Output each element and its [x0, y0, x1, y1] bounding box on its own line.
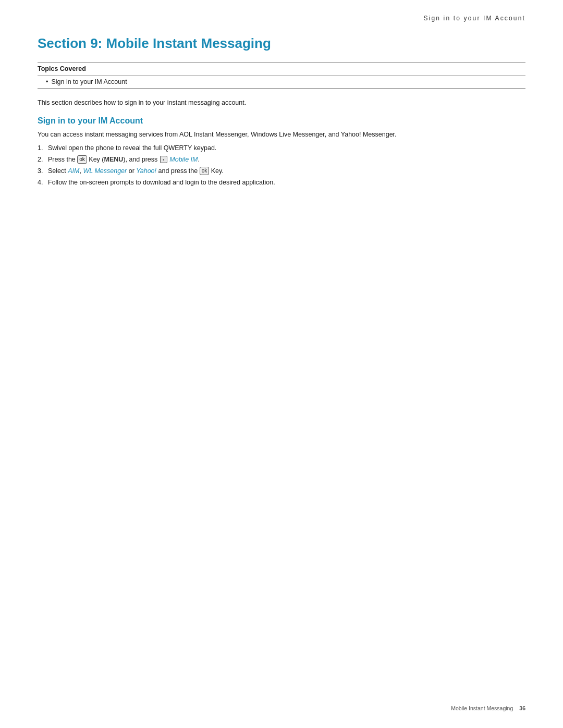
step-1-text: Swivel open the phone to reveal the full…	[48, 144, 216, 152]
step-number: 2.	[38, 154, 43, 165]
footer-label: Mobile Instant Messaging	[451, 705, 513, 711]
aim-link: AIM	[68, 167, 79, 175]
topics-covered-label: Topics Covered	[38, 63, 525, 76]
footer-page-number: 36	[519, 705, 525, 711]
subsection-title: Sign in to your IM Account	[38, 116, 525, 126]
list-item: 2. Press the ok Key (MENU), and press ▪ …	[38, 154, 525, 165]
yahoo-link: Yahoo!	[136, 167, 156, 175]
mobile-im-link: Mobile IM	[169, 156, 198, 163]
list-item: 1. Swivel open the phone to reveal the f…	[38, 143, 525, 153]
ok-key-icon-2: ok	[200, 167, 210, 175]
list-item: 3. Select AIM, WL Messenger or Yahoo! an…	[38, 166, 525, 176]
menu-text: MENU	[104, 156, 124, 163]
topics-item: •Sign in to your IM Account	[38, 76, 525, 89]
steps-list: 1. Swivel open the phone to reveal the f…	[38, 143, 525, 188]
intro-text: You can access instant messaging service…	[38, 130, 525, 140]
content-area: Section 9: Mobile Instant Messaging Topi…	[0, 22, 563, 188]
page-footer: Mobile Instant Messaging 36	[451, 705, 525, 711]
step-number: 1.	[38, 143, 43, 153]
ok-key-icon: ok	[77, 155, 87, 164]
topics-item-row: •Sign in to your IM Account	[38, 76, 525, 89]
bullet-icon: •	[46, 78, 48, 85]
list-item: 4. Follow the on-screen prompts to downl…	[38, 177, 525, 188]
description-text: This section describes how to sign in to…	[38, 98, 525, 108]
page-header: Sign in to your IM Account	[0, 0, 563, 22]
mobile-im-icon: ▪	[160, 156, 167, 163]
topics-table: Topics Covered •Sign in to your IM Accou…	[38, 62, 525, 89]
topics-header-row: Topics Covered	[38, 63, 525, 76]
step-2-text: Press the ok Key (MENU), and press ▪ Mob…	[48, 156, 200, 163]
step-3-text: Select AIM, WL Messenger or Yahoo! and p…	[48, 167, 224, 175]
wl-messenger-link: WL Messenger	[83, 167, 127, 175]
page-container: Sign in to your IM Account Section 9: Mo…	[0, 0, 563, 728]
step-4-text: Follow the on-screen prompts to download…	[48, 179, 275, 186]
step-number: 4.	[38, 177, 43, 188]
header-title: Sign in to your IM Account	[423, 15, 525, 22]
section-title: Section 9: Mobile Instant Messaging	[38, 35, 525, 52]
step-number: 3.	[38, 166, 43, 176]
